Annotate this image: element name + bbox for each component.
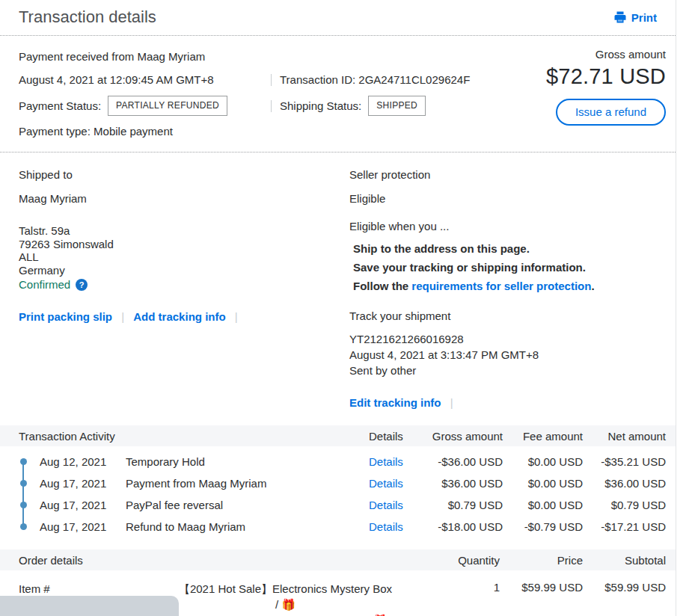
address-line: ALL xyxy=(19,250,349,264)
eligibility-subtitle: Eligible when you ... xyxy=(349,219,657,234)
fee-value: $0.00 USD xyxy=(503,477,583,490)
seller-protection-section: Seller protection Eligible Eligible when… xyxy=(349,167,657,409)
activity-title: Transaction Activity xyxy=(19,430,369,443)
shipping-actions: Print packing slip | Add tracking info | xyxy=(19,310,349,323)
divider: | xyxy=(450,396,453,409)
address-line: Germany xyxy=(19,264,349,277)
item-price: $59.99 USD xyxy=(500,581,583,594)
payment-type: Payment type: Mobile payment xyxy=(19,124,173,139)
seller-protection-requirements-link[interactable]: requirements for seller protection xyxy=(411,280,591,292)
tracking-carrier: Sent by other xyxy=(349,363,657,378)
payment-type-row: Payment type: Mobile payment xyxy=(19,124,657,139)
fee-value: $0.00 USD xyxy=(503,499,583,511)
page-header: Transaction details Print xyxy=(0,0,676,36)
divider xyxy=(271,74,272,86)
col-quantity: Quantity xyxy=(395,554,500,567)
print-button[interactable]: Print xyxy=(613,10,657,24)
add-tracking-info-link[interactable]: Add tracking info xyxy=(133,310,225,323)
transaction-details-card: Transaction details Print Payment receiv… xyxy=(0,0,676,616)
shipping-address: Talstr. 59a 79263 Simonswald ALL Germany xyxy=(19,224,349,277)
payment-date: August 4, 2021 at 12:09:45 AM GMT+8 xyxy=(19,73,271,87)
shipping-status-badge: SHIPPED xyxy=(368,96,426,116)
tracking-number: YT2121621266016928 xyxy=(349,331,657,347)
eligibility-status: Eligible xyxy=(349,191,657,206)
seller-protection-title: Seller protection xyxy=(349,167,657,182)
address-line: Talstr. 59a xyxy=(19,224,349,238)
item-quantity: 1 xyxy=(395,581,500,594)
item-description-line: DIE SUPER-RIESEN-MYSTERY-BOX 🎁-JUST 1 xyxy=(176,612,395,616)
payment-received-text: Payment received from Maag Myriam xyxy=(19,49,205,64)
confirmed-label: Confirmed xyxy=(19,278,70,291)
item-description: 【2021 Hot Sale】Electronics Mystery Box /… xyxy=(176,581,395,616)
divider: | xyxy=(121,310,124,323)
help-icon[interactable]: ? xyxy=(76,279,88,291)
table-row: Aug 17, 2021 Refund to Maag Myriam Detai… xyxy=(0,516,676,538)
address-confirmed-row: Confirmed ? xyxy=(19,278,349,291)
shipped-to-section: Shipped to Maag Myriam Talstr. 59a 79263… xyxy=(19,167,349,409)
print-packing-slip-link[interactable]: Print packing slip xyxy=(19,310,112,323)
table-row: Aug 17, 2021 Payment from Maag Myriam De… xyxy=(0,472,676,494)
issue-refund-button[interactable]: Issue a refund xyxy=(556,99,666,126)
gross-value: $0.79 USD xyxy=(429,499,503,511)
col-price: Price xyxy=(500,554,583,567)
timeline-dot-icon xyxy=(20,458,27,465)
details-link[interactable]: Details xyxy=(369,455,429,468)
fee-value: $0.00 USD xyxy=(503,455,583,468)
requirements-list: Ship to the address on this page. Save y… xyxy=(349,239,657,295)
requirement-item: Save your tracking or shipping informati… xyxy=(353,258,657,277)
page-title: Transaction details xyxy=(19,7,156,27)
gross-amount-value: $72.71 USD xyxy=(546,64,666,89)
activity-description: Temporary Hold xyxy=(126,455,369,468)
item-subtotal: $59.99 USD xyxy=(583,581,666,594)
net-value: $36.00 USD xyxy=(583,477,666,490)
payment-status: Payment Status: PARTIALLY REFUNDED xyxy=(19,96,271,116)
recipient-name: Maag Myriam xyxy=(19,191,349,206)
table-row: Aug 17, 2021 PayPal fee reversal Details… xyxy=(0,494,676,516)
activity-table-header: Transaction Activity Details Gross amoun… xyxy=(0,425,676,446)
col-net-amount: Net amount xyxy=(583,430,666,443)
divider xyxy=(271,100,272,112)
activity-description: Payment from Maag Myriam xyxy=(126,477,369,490)
tracking-date: August 4, 2021 at 3:13:47 PM GMT+8 xyxy=(349,347,657,363)
gross-value: -$18.00 USD xyxy=(429,520,503,533)
table-row: Aug 12, 2021 Temporary Hold Details -$36… xyxy=(0,451,676,472)
activity-date: Aug 17, 2021 xyxy=(40,477,126,490)
shipping-status: Shipping Status: SHIPPED xyxy=(280,96,426,116)
activity-date: Aug 17, 2021 xyxy=(40,520,126,533)
divider: | xyxy=(235,310,238,323)
order-title: Order details xyxy=(19,554,395,567)
item-number-label: Item # xyxy=(19,581,176,597)
printer-icon xyxy=(613,10,627,24)
info-columns: Shipped to Maag Myriam Talstr. 59a 79263… xyxy=(0,153,676,419)
fee-value: -$0.79 USD xyxy=(503,520,583,533)
activity-description: PayPal fee reversal xyxy=(126,499,369,511)
gross-amount-label: Gross amount xyxy=(546,48,666,61)
timeline-dot-icon xyxy=(20,480,27,487)
requirement-item: Follow the requirements for seller prote… xyxy=(353,277,657,295)
col-subtotal: Subtotal xyxy=(583,554,666,567)
tracking-actions: Edit tracking info | xyxy=(349,396,657,409)
requirement-item: Ship to the address on this page. xyxy=(353,239,657,258)
horizontal-scrollbar-thumb[interactable] xyxy=(0,596,179,616)
transaction-id: Transaction ID: 2GA24711CL029624F xyxy=(280,73,470,87)
details-link[interactable]: Details xyxy=(369,477,429,490)
col-fee-amount: Fee amount xyxy=(503,430,583,443)
item-description-line: 【2021 Hot Sale】Electronics Mystery Box /… xyxy=(176,581,395,612)
address-line: 79263 Simonswald xyxy=(19,238,349,251)
payment-summary-section: Payment received from Maag Myriam August… xyxy=(0,36,676,153)
payment-status-badge: PARTIALLY REFUNDED xyxy=(108,96,227,116)
track-shipment-title: Track your shipment xyxy=(349,309,657,322)
timeline-dot-icon xyxy=(20,502,27,508)
order-table-header: Order details Quantity Price Subtotal xyxy=(0,549,676,570)
details-link[interactable]: Details xyxy=(369,520,429,533)
details-link[interactable]: Details xyxy=(369,499,429,511)
gross-value: -$36.00 USD xyxy=(429,455,503,468)
print-label: Print xyxy=(631,11,657,24)
tracking-info: YT2121621266016928 August 4, 2021 at 3:1… xyxy=(349,331,657,378)
activity-description: Refund to Maag Myriam xyxy=(126,520,369,533)
col-details: Details xyxy=(369,430,429,443)
activity-date: Aug 17, 2021 xyxy=(40,499,126,511)
edit-tracking-info-link[interactable]: Edit tracking info xyxy=(349,396,441,409)
net-value: $0.79 USD xyxy=(583,499,666,511)
net-value: -$17.21 USD xyxy=(583,520,666,533)
